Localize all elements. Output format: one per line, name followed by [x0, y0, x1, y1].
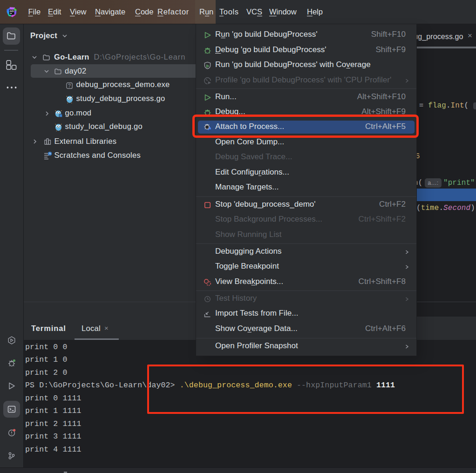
svg-text:?: ?: [68, 82, 71, 88]
svg-text:GO: GO: [9, 10, 14, 13]
